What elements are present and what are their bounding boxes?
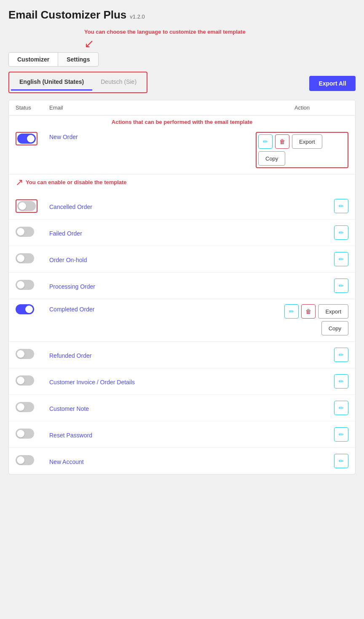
- toggle-customer-invoice[interactable]: [16, 375, 34, 386]
- toggle-cancelled-order[interactable]: [17, 201, 36, 211]
- copy-button-completed[interactable]: Copy: [321, 321, 348, 335]
- row-status-new-order: [16, 132, 49, 145]
- edit-button-invoice[interactable]: ✏: [334, 374, 348, 389]
- edit-button-refunded[interactable]: ✏: [334, 348, 348, 362]
- email-table: Status Email Action Actions that can be …: [8, 100, 356, 474]
- row-status-cancelled: [16, 199, 49, 213]
- edit-button-onhold[interactable]: ✏: [334, 252, 348, 266]
- table-row: Refunded Order ✏: [9, 342, 355, 368]
- row-status-refunded: [16, 349, 49, 361]
- row-actions-refunded: ✏: [256, 348, 348, 362]
- toggle-failed-order[interactable]: [16, 227, 34, 237]
- row-status-completed: [16, 304, 49, 316]
- header-email: Email: [49, 105, 256, 111]
- row-actions-invoice: ✏: [256, 374, 348, 389]
- row-label-refunded: Refunded Order: [49, 351, 256, 359]
- edit-button-failed[interactable]: ✏: [334, 225, 348, 240]
- lang-tab-deutsch[interactable]: Deutsch (Sie): [92, 74, 145, 91]
- table-row: Cancelled Order ✏: [9, 193, 355, 220]
- row-status-new-account: [16, 455, 49, 467]
- toggle-customer-note[interactable]: [16, 402, 34, 412]
- lang-tabs: English (United States) Deutsch (Sie): [11, 74, 145, 91]
- row-actions-completed: ✏ 🗑 Export Copy: [256, 304, 348, 335]
- edit-button-new-order[interactable]: ✏: [258, 134, 273, 149]
- delete-button-completed[interactable]: 🗑: [301, 304, 316, 319]
- row-actions-reset-pwd: ✏: [256, 427, 348, 442]
- edit-icon: ✏: [289, 308, 294, 315]
- table-row: Failed Order ✏: [9, 220, 355, 246]
- row-actions-cancelled: ✏: [256, 199, 348, 213]
- toggle-new-order[interactable]: [17, 134, 36, 144]
- row-status-processing: [16, 280, 49, 292]
- action-box: ✏ 🗑 Export Copy: [256, 132, 348, 168]
- edit-icon: ✏: [339, 256, 344, 263]
- export-button-completed[interactable]: Export: [318, 304, 348, 319]
- row-status-reset-pwd: [16, 429, 49, 440]
- row-status-note: [16, 402, 49, 414]
- edit-icon: ✏: [339, 405, 344, 411]
- row-label-processing: Processing Order: [49, 281, 256, 290]
- header-status: Status: [16, 105, 49, 111]
- table-row: Order On-hold ✏: [9, 246, 355, 273]
- table-row: Processing Order ✏: [9, 273, 355, 299]
- toggle-processing-order[interactable]: [16, 280, 34, 290]
- edit-icon: ✏: [339, 458, 344, 464]
- toggle-order-onhold[interactable]: [16, 253, 34, 263]
- row-actions-note: ✏: [256, 401, 348, 415]
- table-row: New Order ✏ 🗑 Export Copy: [9, 127, 355, 174]
- lang-tab-english[interactable]: English (United States): [11, 74, 92, 91]
- row-actions-failed: ✏: [256, 225, 348, 240]
- page-title: Email Customizer Plus: [8, 8, 126, 21]
- table-row: Customer Invoice / Order Details ✏: [9, 368, 355, 395]
- edit-icon: ✏: [339, 203, 344, 209]
- row-status-invoice: [16, 375, 49, 387]
- header-action: Action: [256, 105, 348, 111]
- top-annotation: You can choose the language to customize…: [84, 28, 356, 51]
- row-label-cancelled: Cancelled Order: [49, 202, 256, 210]
- row-label-completed: Completed Order: [49, 304, 256, 313]
- top-annotation-text: You can choose the language to customize…: [84, 28, 246, 36]
- row-label-onhold: Order On-hold: [49, 255, 256, 263]
- edit-button-reset-pwd[interactable]: ✏: [334, 427, 348, 442]
- delete-icon: 🗑: [305, 308, 311, 315]
- toggle-refunded-order[interactable]: [16, 349, 34, 359]
- edit-button-new-account[interactable]: ✏: [334, 454, 348, 468]
- copy-button-new-order[interactable]: Copy: [258, 151, 285, 166]
- edit-button-note[interactable]: ✏: [334, 401, 348, 415]
- edit-button-cancelled[interactable]: ✏: [334, 199, 348, 213]
- table-row: Customer Note ✏: [9, 395, 355, 421]
- version-badge: v1.2.0: [130, 13, 145, 20]
- row-actions-onhold: ✏: [256, 252, 348, 266]
- edit-icon: ✏: [263, 138, 268, 145]
- delete-button-new-order[interactable]: 🗑: [275, 134, 289, 149]
- row-label-reset-pwd: Reset Password: [49, 430, 256, 439]
- table-row: Completed Order ✏ 🗑 Export Copy: [9, 299, 355, 342]
- toggle-annotation-row: ↗ You can enable or disable the template: [9, 174, 355, 193]
- row-label-new-account: New Account: [49, 457, 256, 465]
- toggle-annotation-text: You can enable or disable the template: [26, 179, 127, 186]
- export-button-new-order[interactable]: Export: [292, 134, 322, 149]
- edit-icon: ✏: [339, 229, 344, 236]
- tab-customizer[interactable]: Customizer: [9, 53, 58, 66]
- page-header: Email Customizer Plus v1.2.0: [8, 8, 356, 21]
- tab-settings[interactable]: Settings: [58, 53, 98, 66]
- edit-button-processing[interactable]: ✏: [334, 279, 348, 293]
- row-label-note: Customer Note: [49, 404, 256, 412]
- action-annotation-row: Actions that can be performed with the e…: [9, 115, 355, 127]
- row-status-failed: [16, 227, 49, 238]
- main-tabs: Customizer Settings: [8, 52, 99, 67]
- delete-icon: 🗑: [279, 138, 285, 145]
- edit-icon: ✏: [339, 282, 344, 289]
- edit-icon: ✏: [339, 431, 344, 438]
- edit-icon: ✏: [339, 351, 344, 358]
- edit-button-completed[interactable]: ✏: [284, 304, 299, 319]
- row-label-invoice: Customer Invoice / Order Details: [49, 377, 256, 386]
- table-row: Reset Password ✏: [9, 421, 355, 448]
- row-status-onhold: [16, 253, 49, 265]
- toggle-reset-password[interactable]: [16, 429, 34, 439]
- toggle-new-account[interactable]: [16, 455, 34, 465]
- export-all-button[interactable]: Export All: [309, 76, 356, 91]
- toggle-completed-order[interactable]: [16, 304, 34, 314]
- row-actions-processing: ✏: [256, 279, 348, 293]
- table-row: New Account ✏: [9, 448, 355, 474]
